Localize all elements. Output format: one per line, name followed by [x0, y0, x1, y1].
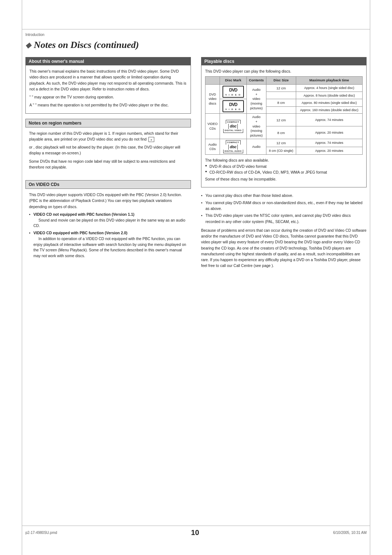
col-contents: Contents: [246, 77, 266, 85]
playable-header: Playable discs: [201, 57, 366, 65]
playable-section: Playable discs This DVD video player can…: [201, 57, 367, 187]
vcd-time-12: Approx. 74 minutes: [296, 114, 362, 126]
table-row: VIDEOCDs COMPACT disc DIGITAL VIDEO: [205, 114, 363, 126]
about-content: This owner's manual explains the basic i…: [26, 65, 191, 113]
page-border-bottom: [22, 526, 370, 526]
col-discmark: Disc Mark: [220, 77, 246, 85]
vcd-size-8: 8 cm: [266, 126, 296, 139]
footer-right: 6/10/2005, 10:31 AM: [333, 531, 367, 535]
table-row: DVDvideodiscs DVD V I D E O: [205, 84, 363, 92]
dvd-time-8-double: Approx. 160 minutes (double sided disc): [296, 106, 362, 114]
dvd-time-12-double: Approx. 8 hours (double sided disc): [296, 92, 362, 99]
dvd-logo-cell-2: DVD V I D E O: [220, 99, 246, 114]
dvd-size-12: 12 cm: [266, 84, 296, 92]
table-row: DVD V I D E O 8 cm Approx. 80 minutes (s…: [205, 99, 363, 106]
footer: p2-17-4980SU.pmd 10 6/10/2005, 10:31 AM: [25, 528, 367, 537]
left-column: About this owner's manual This owner's m…: [25, 57, 191, 271]
disc-table: Disc Mark Contents Disc Size Maximum pla…: [205, 76, 363, 155]
videocds-header: On VIDEO CDs: [25, 180, 191, 189]
right-column: Playable discs This DVD video player can…: [201, 57, 367, 271]
acd-logo-cell: COMPACT disc DIGITAL AUDIO: [220, 139, 246, 155]
page-number: 10: [191, 528, 199, 537]
available-note-incompatible: Some of these discs may be incompatible.: [205, 177, 363, 182]
videocds-content: This DVD video player supports VIDEO CDs…: [25, 189, 191, 263]
dvd-size-empty2: [266, 106, 296, 114]
footer-left: p2-17-4980SU.pmd: [25, 531, 57, 535]
vcd-time-8: Approx. 20 minutes: [296, 126, 362, 139]
region-section: Notes on region numbers The region numbe…: [25, 119, 191, 175]
title-icon: ◆: [25, 41, 31, 49]
acd-contents-cell: Audio: [246, 139, 266, 155]
acd-type-cell: AudioCDs: [205, 139, 220, 155]
acd-size-8: 8 cm (CD single): [266, 147, 296, 155]
acd-time-8: Approx. 20 minutes: [296, 147, 362, 155]
dvd-logo-1: DVD V I D E O: [222, 86, 244, 98]
page-border-top: [22, 29, 370, 29]
dvd-size-empty1: [266, 92, 296, 99]
about-section: About this owner's manual This owner's m…: [25, 57, 191, 114]
toshiba-note: Because of problems and errors that can …: [201, 227, 367, 269]
playable-content: This DVD video player can play the follo…: [201, 65, 366, 187]
dvd-type-cell: DVDvideodiscs: [205, 84, 220, 113]
col-time: Maximum playback time: [296, 77, 362, 85]
dvd-logo-2: DVD V I D E O: [222, 100, 244, 112]
region-icon-1: ⚹: [148, 137, 154, 142]
cannot-2: You cannot play DVD-RAM discs or non-sta…: [201, 200, 367, 212]
cannot-3: This DVD video player uses the NTSC colo…: [201, 212, 367, 224]
about-header: About this owner's manual: [26, 57, 191, 65]
vcd-logo-cell: COMPACT disc DIGITAL VIDEO: [220, 114, 246, 139]
table-row: AudioCDs COMPACT disc DIGITAL AUDIO: [205, 139, 363, 147]
cannot-1: You cannot play discs other than those l…: [201, 193, 367, 198]
dvd-time-8-single: Approx. 80 minutes (single sided disc): [296, 99, 362, 106]
acd-size-12: 12 cm: [266, 139, 296, 147]
list-item: VIDEO CD not equipped with PBC function …: [29, 212, 187, 229]
dvd-contents-cell: Audio+video(movingpictures): [246, 84, 266, 113]
vcd-contents-cell: Audio+video(movingpictures): [246, 114, 266, 139]
available-bullet-2: CD-R/CD-RW discs of CD-DA, Video CD, MP3…: [205, 169, 363, 175]
page-border-left: [22, 0, 22, 555]
dvd-size-8: 8 cm: [266, 99, 296, 106]
vcd-type-cell: VIDEOCDs: [205, 114, 220, 139]
available-bullet-1: DVD-R discs of DVD video format: [205, 163, 363, 169]
region-header: Notes on region numbers: [25, 119, 191, 127]
cannot-play-section: You cannot play discs other than those l…: [201, 193, 367, 268]
vcd-size-12: 12 cm: [266, 114, 296, 126]
dvd-time-12-single: Approx. 4 hours (single sided disc): [296, 84, 362, 92]
acd-time-12: Approx. 74 minutes: [296, 139, 362, 147]
videocds-section: On VIDEO CDs This DVD video player suppo…: [25, 180, 191, 263]
videocds-bullet-list: VIDEO CD not equipped with PBC function …: [29, 212, 187, 259]
region-content: The region number of this DVD video play…: [25, 127, 191, 175]
breadcrumb: Introduction: [25, 33, 367, 37]
dvd-logo-cell-1: DVD V I D E O: [220, 84, 246, 99]
list-item: VIDEO CD equipped with PBC function (Ver…: [29, 230, 187, 259]
page-title: ◆ Notes on Discs (continued): [25, 40, 367, 50]
page-border-right: [370, 0, 370, 555]
col-size: Disc Size: [266, 77, 296, 85]
available-note: The following discs are also available. …: [205, 158, 363, 182]
col-type: [205, 77, 220, 85]
